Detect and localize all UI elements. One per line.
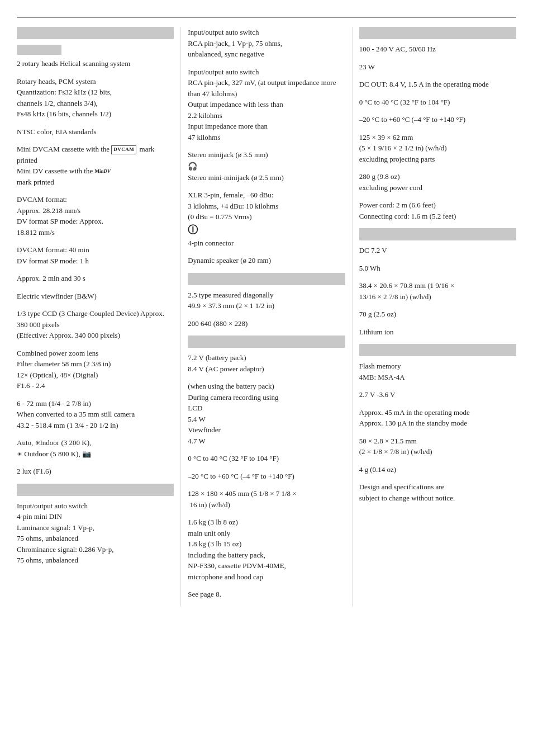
spec-storage-temp: –20 °C to +60 °C (–4 °F to +140 °F) (188, 471, 345, 482)
spec-video-heads: 2 rotary heads Helical scanning system (17, 58, 174, 69)
spec-viewfinder: Electric viewfinder (B&W) (17, 291, 174, 302)
spec-lcd-pixels: 200 640 (880 × 228) (188, 318, 345, 329)
spec-mass: 1.6 kg (3 lb 8 oz)main unit only1.8 kg (… (188, 517, 345, 582)
spec-battery-type: Lithium ion (359, 327, 516, 338)
spec-ccd: 1/3 type CCD (3 Charge Coupled Device) A… (17, 308, 174, 341)
spec-operating-voltage: 7.2 V (battery pack)8.4 V (AC power adap… (188, 352, 345, 374)
spec-battery-mass: 70 g (2.5 oz) (359, 309, 516, 320)
spec-see-page: See page 8. (188, 589, 345, 600)
spec-memory-voltage: 2.7 V -3.6 V (359, 389, 516, 400)
spec-memory-dimensions: 50 × 2.8 × 21.5 mm(2 × 1/8 × 7/8 in) (w/… (359, 436, 516, 457)
col2-section3-header (188, 336, 345, 348)
spec-power-consumption: (when using the battery pack)During came… (188, 381, 345, 446)
spec-dimensions-ac: 125 × 39 × 62 mm(5 × 1 9/16 × 2 1/2 in) … (359, 132, 516, 165)
spec-video-in-out: Input/output auto switchRCA pin-jack, 1 … (188, 27, 345, 60)
spec-cassette: Mini DVCAM cassette with the DVCAM mark … (17, 144, 174, 187)
spec-dc-output: DC OUT: 8.4 V, 1.5 A in the operating mo… (359, 79, 516, 90)
spec-mass-ac: 280 g (9.8 oz)excluding power cord (359, 171, 516, 193)
spec-operating-temp: 0 °C to 40 °C (32 °F to 104 °F) (188, 453, 345, 464)
col1-section1-header (17, 27, 174, 39)
spec-tape-speed: DVCAM format:Approx. 28.218 mm/sDV forma… (17, 194, 174, 238)
col1-sub-header1 (17, 45, 61, 55)
column-1: 2 rotary heads Helical scanning system R… (17, 27, 181, 607)
col2-section2-header (188, 273, 345, 285)
spec-color-system: NTSC color, EIA standards (17, 126, 174, 138)
spec-xlr: XLR 3-pin, female, –60 dBu:3 kilohms, +4… (188, 190, 345, 248)
spec-ac-input: 100 - 240 V AC, 50/60 Hz (359, 44, 516, 55)
main-columns: 2 rotary heads Helical scanning system R… (17, 27, 516, 607)
spec-audio-system: Rotary heads, PCM systemQuantization: Fs… (17, 76, 174, 120)
spec-memory-type: Flash memory4MB: MSA-4A (359, 361, 516, 382)
spec-ff-rew: Approx. 2 min and 30 s (17, 273, 174, 284)
spec-speaker: Dynamic speaker (ø 20 mm) (188, 255, 345, 266)
spec-power-consumption-ac: 23 W (359, 62, 516, 73)
top-border (17, 17, 516, 18)
headphone-icon: 🎧 (188, 162, 197, 171)
spec-memory-current: Approx. 45 mA in the operating modeAppro… (359, 407, 516, 429)
spec-headphone: Stereo minijack (ø 3.5 mm)🎧Stereo mini-m… (188, 149, 345, 183)
spec-min-illumination: 2 lux (F1.6) (17, 466, 174, 477)
col3-section3-header (359, 344, 516, 356)
column-3: 100 - 240 V AC, 50/60 Hz 23 W DC OUT: 8.… (353, 27, 516, 607)
dvcam-badge: DVCAM (111, 145, 136, 154)
spec-memory-mass: 4 g (0.14 oz) (359, 464, 516, 475)
col1-section2-header (17, 484, 174, 496)
spec-video-output: Input/output auto switch4-pin mini DINLu… (17, 500, 174, 566)
spec-focal-length: 6 - 72 mm (1/4 - 2 7/8 in)When converted… (17, 398, 174, 431)
spec-operating-temp-ac: 0 °C to 40 °C (32 °F to 104 °F) (359, 97, 516, 108)
firewire-icon: Ⓘ (188, 224, 198, 235)
spec-lens: Combined power zoom lensFilter diameter … (17, 348, 174, 391)
spec-white-balance: Auto, ✳Indoor (3 200 K),☀ Outdoor (5 800… (17, 437, 174, 459)
outdoor-icon: ☀ (17, 451, 22, 457)
minidv-badge: MinDV (95, 168, 111, 174)
spec-cord: Power cord: 2 m (6.6 feet)Connecting cor… (359, 200, 516, 221)
spec-storage-temp-ac: –20 °C to +60 °C (–4 °F to +140 °F) (359, 114, 516, 125)
page: 2 rotary heads Helical scanning system R… (0, 0, 533, 756)
spec-audio-in-out: Input/output auto switchRCA pin-jack, 32… (188, 67, 345, 143)
indoor-icon: ✳ (35, 440, 40, 446)
spec-design-note: Design and specifications aresubject to … (359, 481, 516, 503)
spec-lcd-size: 2.5 type measured diagonally49.9 × 37.3 … (188, 290, 345, 311)
col3-section2-header (359, 228, 516, 240)
col3-section1-header (359, 27, 516, 39)
spec-dimensions: 128 × 180 × 405 mm (5 1/8 × 7 1/8 × 16 i… (188, 488, 345, 510)
spec-battery-voltage: DC 7.2 V (359, 245, 516, 256)
column-2: Input/output auto switchRCA pin-jack, 1 … (181, 27, 352, 607)
spec-battery-capacity: 5.0 Wh (359, 263, 516, 274)
custom-wb-icon: 📷 (82, 450, 91, 458)
spec-battery-dimensions: 38.4 × 20.6 × 70.8 mm (1 9/16 ×13/16 × 2… (359, 280, 516, 302)
spec-rec-time: DVCAM format: 40 minDV format SP mode: 1… (17, 244, 174, 266)
